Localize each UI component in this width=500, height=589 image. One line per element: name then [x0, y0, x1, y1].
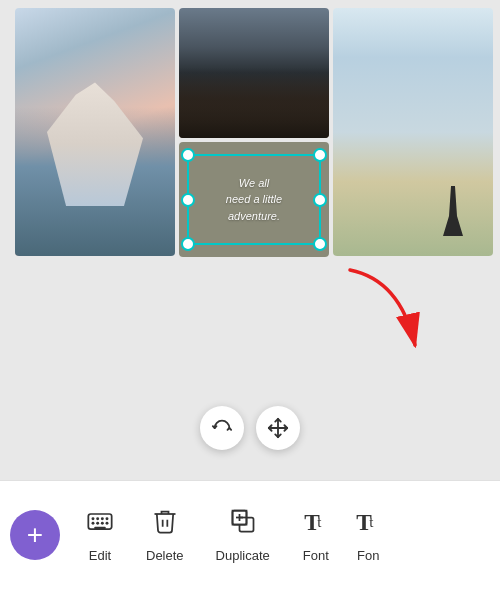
photo-dark-mountain[interactable] — [179, 8, 329, 138]
font2-icon: T t — [354, 507, 382, 542]
add-button[interactable]: + — [10, 510, 60, 560]
toolbar-duplicate[interactable]: Duplicate — [200, 499, 286, 571]
move-button[interactable] — [256, 406, 300, 450]
photo-snowy-mountain[interactable] — [15, 8, 175, 256]
overlay-text: We all need a little adventure. — [222, 171, 286, 229]
handle-bottom-right[interactable] — [313, 237, 327, 251]
handle-middle-right[interactable] — [313, 193, 327, 207]
handle-top-left[interactable] — [181, 148, 195, 162]
handle-bottom-left[interactable] — [181, 237, 195, 251]
font-icon: T t — [302, 507, 330, 542]
delete-label: Delete — [146, 548, 184, 563]
font2-label: Fon — [357, 548, 379, 563]
toolbar-font[interactable]: T t Font — [286, 499, 346, 571]
toolbar-font2[interactable]: T t Fon — [346, 499, 391, 571]
edit-label: Edit — [89, 548, 111, 563]
bottom-toolbar: + Edit — [0, 480, 500, 589]
handle-top-right[interactable] — [313, 148, 327, 162]
duplicate-icon — [229, 507, 257, 542]
duplicate-label: Duplicate — [216, 548, 270, 563]
rotate-button[interactable] — [200, 406, 244, 450]
photo-grid: We all need a little adventure. — [15, 8, 493, 257]
toolbar-delete[interactable]: Delete — [130, 499, 200, 571]
handle-middle-left[interactable] — [181, 193, 195, 207]
svg-text:t: t — [369, 513, 374, 530]
trash-icon — [151, 507, 179, 542]
keyboard-icon — [86, 507, 114, 542]
photo-text-overlay[interactable]: We all need a little adventure. — [179, 142, 329, 257]
canvas-area: We all need a little adventure. — [0, 0, 500, 480]
action-buttons — [200, 406, 300, 450]
toolbar-edit[interactable]: Edit — [70, 499, 130, 571]
svg-text:t: t — [317, 513, 322, 530]
red-arrow-annotation — [320, 260, 440, 360]
photo-sunset-silhouette[interactable] — [333, 8, 493, 256]
font-label: Font — [303, 548, 329, 563]
